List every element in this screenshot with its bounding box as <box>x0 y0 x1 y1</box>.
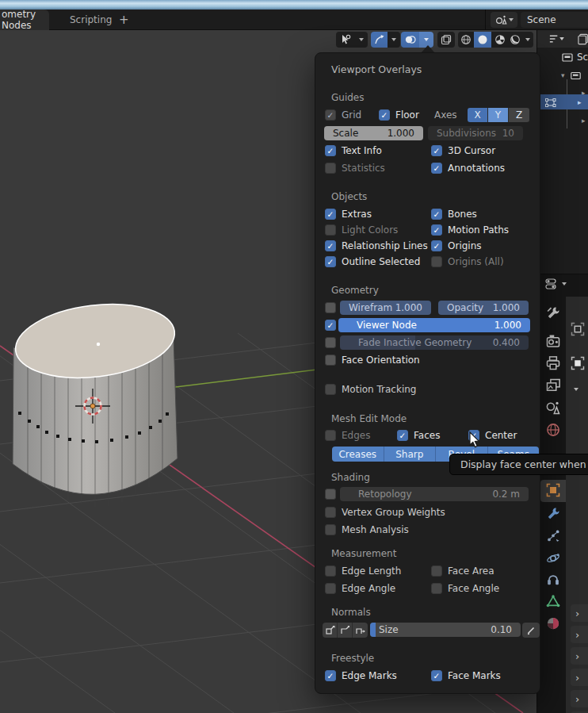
tab-constraint-properties[interactable] <box>545 572 561 588</box>
grid-scale-slider[interactable]: Scale 1.000 <box>324 126 423 140</box>
tab-scene-properties[interactable] <box>545 400 561 416</box>
new-collection-icon[interactable] <box>578 33 588 45</box>
tab-view-layer-properties[interactable] <box>545 378 561 393</box>
wireframe-shading-button[interactable] <box>458 32 474 48</box>
vertex-group-weights-checkbox[interactable]: Vertex Group Weights <box>325 506 445 519</box>
viewer-node-slider[interactable]: Viewer Node 1.000 <box>338 318 530 332</box>
creases-toggle[interactable]: Creases <box>332 447 384 462</box>
face-normals-toggle[interactable] <box>353 623 368 638</box>
wireframe-slider[interactable]: Wirefram 1.000 <box>340 301 431 315</box>
tab-world-properties[interactable] <box>545 422 561 438</box>
expand-triangle-icon[interactable]: ▸ <box>582 117 586 125</box>
motion-tracking-checkbox[interactable]: Motion Tracking <box>325 383 416 396</box>
edges-checkbox[interactable]: Edges <box>325 429 370 442</box>
opacity-slider[interactable]: Opacity 1.000 <box>438 301 529 315</box>
face-marks-checkbox[interactable]: Face Marks <box>431 669 501 682</box>
sharp-toggle[interactable]: Sharp <box>384 447 437 462</box>
measurement-row-2: Edge Angle Face Angle <box>325 582 529 595</box>
motion-paths-checkbox[interactable]: Motion Paths <box>431 224 509 236</box>
collapsed-panel-row[interactable]: › <box>571 669 588 686</box>
collapsed-panel-row[interactable]: › <box>571 604 588 622</box>
retopology-slider[interactable]: Retopology 0.2 m <box>340 487 529 501</box>
split-normals-toggle[interactable] <box>338 623 353 638</box>
face-angle-checkbox[interactable]: Face Angle <box>431 582 499 595</box>
mesh-analysis-checkbox[interactable]: Mesh Analysis <box>325 523 409 536</box>
axis-y-toggle[interactable]: Y <box>488 108 509 122</box>
collapsed-panel-row[interactable]: › <box>571 647 588 665</box>
tab-output-properties[interactable] <box>545 355 561 371</box>
outliner-filter-icon[interactable] <box>548 33 565 44</box>
material-preview-button[interactable] <box>491 32 508 48</box>
normals-screen-size-button[interactable] <box>522 623 540 638</box>
tab-data-properties[interactable] <box>545 593 561 609</box>
annotations-checkbox[interactable]: Annotations <box>431 162 505 174</box>
tab-render-properties[interactable] <box>545 333 561 349</box>
light-colors-checkbox[interactable]: Light Colors <box>325 224 398 236</box>
bones-checkbox[interactable]: Bones <box>431 208 477 220</box>
outline-selected-checkbox[interactable]: Outline Selected <box>325 255 420 268</box>
show-gizmo-button[interactable] <box>371 32 388 48</box>
floor-checkbox[interactable]: Floor <box>379 109 419 121</box>
axis-x-toggle[interactable]: X <box>468 108 488 122</box>
expand-triangle-icon[interactable]: ▸ <box>578 98 582 106</box>
panel-collapse-chevron-icon[interactable] <box>574 388 578 391</box>
3d-cursor-checkbox[interactable]: 3D Cursor <box>431 144 495 157</box>
outliner-row-scene-collection[interactable]: Sc <box>537 50 588 64</box>
scene-name-field[interactable]: Scene <box>521 12 588 28</box>
tab-tool-properties[interactable] <box>545 305 561 321</box>
collapsed-panel-row[interactable]: › <box>571 626 588 643</box>
tab-scripting[interactable]: Scripting <box>70 10 112 30</box>
tab-modifier-properties[interactable] <box>545 506 561 522</box>
axis-z-toggle[interactable]: Z <box>509 108 529 122</box>
fade-inactive-checkbox[interactable] <box>325 336 336 349</box>
origins-all-checkbox[interactable]: Origins (All) <box>431 255 504 268</box>
wireframe-checkbox[interactable] <box>325 301 336 314</box>
tab-object-properties-active[interactable] <box>545 482 561 498</box>
solid-shading-button[interactable] <box>474 32 491 48</box>
faces-checkbox[interactable]: Faces <box>397 429 440 442</box>
toggle-xray-button[interactable] <box>437 32 455 48</box>
edge-marks-checkbox[interactable]: Edge Marks <box>325 669 397 682</box>
fade-inactive-slider[interactable]: Fade Inactive Geometry 0.400 <box>340 335 529 350</box>
text-info-checkbox[interactable]: Text Info <box>325 144 382 157</box>
viewer-node-checkbox[interactable] <box>325 319 336 332</box>
outliner-row-item[interactable]: ▸ <box>537 113 588 128</box>
checkbox-box <box>325 209 336 220</box>
normals-display-toggle-group <box>323 623 368 638</box>
gizmo-button[interactable] <box>336 32 354 48</box>
show-overlays-button[interactable] <box>401 32 419 48</box>
cylinder-mesh[interactable] <box>11 296 178 507</box>
grid-checkbox[interactable]: Grid <box>325 109 361 121</box>
edge-angle-checkbox[interactable]: Edge Angle <box>325 582 395 595</box>
shading-dropdown[interactable] <box>522 32 533 48</box>
tab-material-properties[interactable] <box>545 615 561 631</box>
edge-length-checkbox[interactable]: Edge Length <box>325 565 401 577</box>
show-gizmo-dropdown[interactable] <box>388 32 400 48</box>
extras-checkbox[interactable]: Extras <box>325 208 372 220</box>
tab-particle-properties[interactable] <box>545 528 561 544</box>
add-workspace-button[interactable]: + <box>119 10 129 30</box>
origins-checkbox[interactable]: Origins <box>431 240 482 252</box>
statistics-checkbox[interactable]: Statistics <box>325 162 385 174</box>
scene-icon-button[interactable] <box>491 12 517 28</box>
outliner-row-collection[interactable]: ▾ <box>537 68 588 82</box>
relationship-lines-checkbox[interactable]: Relationship Lines <box>325 240 428 252</box>
scene-selector[interactable]: Scene <box>485 10 588 30</box>
breadcrumb-data-icon <box>570 355 586 372</box>
gizmo-dropdown[interactable] <box>354 32 368 48</box>
tab-geometry-nodes[interactable]: ometry Nodes <box>0 10 49 30</box>
disclosure-triangle-icon[interactable]: ▾ <box>561 71 565 79</box>
overlays-icon <box>404 34 416 45</box>
rendered-shading-button[interactable] <box>508 32 522 48</box>
retopology-checkbox[interactable] <box>325 488 336 500</box>
normals-size-slider[interactable]: Size 0.10 <box>370 623 521 637</box>
collapsed-panel-row[interactable]: › <box>571 690 588 707</box>
tab-physics-properties[interactable] <box>545 550 561 566</box>
outliner-row-selected[interactable]: ▸ <box>537 94 588 109</box>
vertex-normals-toggle[interactable] <box>323 623 338 638</box>
subdivisions-slider[interactable]: Subdivisions 10 <box>428 126 523 140</box>
face-orientation-checkbox[interactable]: Face Orientation <box>325 354 420 366</box>
section-heading-shading: Shading <box>331 472 370 483</box>
face-area-checkbox[interactable]: Face Area <box>431 565 494 577</box>
properties-header[interactable] <box>545 278 567 290</box>
